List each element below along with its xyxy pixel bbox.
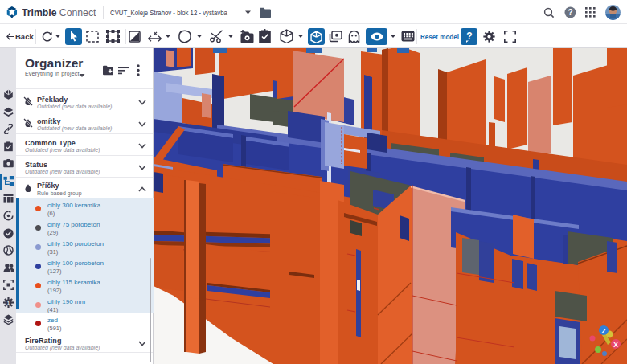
svg-text:1: 1 bbox=[7, 300, 10, 305]
svg-text:?: ? bbox=[568, 8, 572, 17]
svg-text:Z: Z bbox=[601, 327, 605, 335]
svg-text:?: ? bbox=[466, 31, 472, 42]
svg-text:X: X bbox=[613, 341, 618, 349]
